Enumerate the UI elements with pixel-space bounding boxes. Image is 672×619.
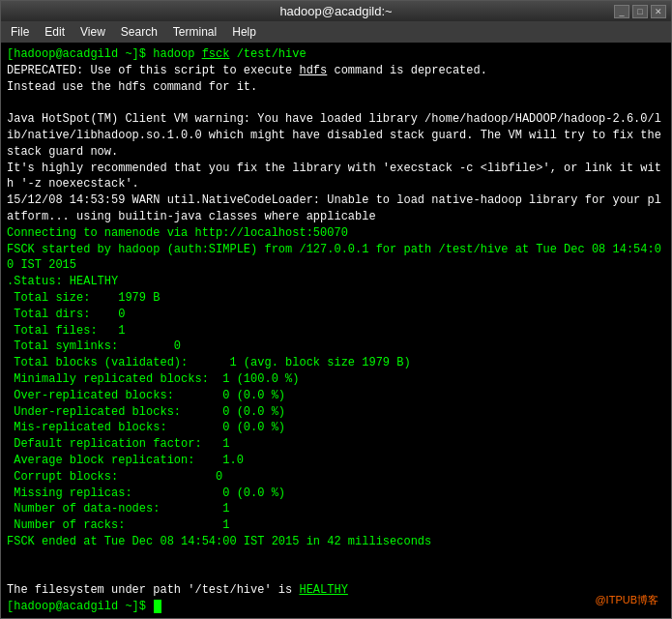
terminal-line: Connecting to namenode via http://localh… (7, 225, 665, 242)
title-bar: hadoop@acadgild:~ _ □ ✕ (1, 1, 671, 21)
terminal-line: FSCK started by hadoop (auth:SIMPLE) fro… (7, 242, 665, 275)
window-title: hadoop@acadgild:~ (279, 4, 392, 18)
terminal-line: Total dirs: 0 (7, 307, 665, 323)
terminal-line: Mis-replicated blocks: 0 (0.0 %) (7, 420, 665, 436)
terminal-line: Total files: 1 (7, 323, 665, 339)
terminal-line: DEPRECATED: Use of this script to execut… (7, 63, 665, 79)
close-button[interactable]: ✕ (651, 5, 666, 18)
terminal-line: .Status: HEALTHY (7, 274, 665, 290)
terminal-line: FSCK ended at Tue Dec 08 14:54:00 IST 20… (7, 534, 665, 550)
window-controls: _ □ ✕ (614, 5, 666, 18)
terminal-line: 15/12/08 14:53:59 WARN util.NativeCodeLo… (7, 192, 665, 225)
terminal-output[interactable]: [hadoop@acadgild ~]$ hadoop fsck /test/h… (1, 43, 671, 618)
terminal-line: Total symlinks: 0 (7, 339, 665, 355)
menu-bar: File Edit View Search Terminal Help (1, 21, 671, 43)
menu-file[interactable]: File (3, 23, 37, 41)
menu-search[interactable]: Search (113, 23, 165, 41)
terminal-line: Total size: 1979 B (7, 290, 665, 307)
menu-help[interactable]: Help (224, 23, 264, 41)
terminal-line: Minimally replicated blocks: 1 (100.0 %) (7, 371, 665, 388)
terminal-line: Instead use the hdfs command for it. (7, 79, 665, 96)
menu-edit[interactable]: Edit (37, 23, 73, 41)
terminal-line: Under-replicated blocks: 0 (0.0 %) (7, 404, 665, 421)
terminal-line: Over-replicated blocks: 0 (0.0 %) (7, 388, 665, 404)
terminal-line: Missing replicas: 0 (0.0 %) (7, 486, 665, 502)
terminal-healthy-line: The filesystem under path '/test/hive' i… (7, 582, 665, 599)
terminal-line: Corrupt blocks: 0 (7, 469, 665, 486)
terminal-line (7, 95, 665, 111)
terminal-line: Number of data-nodes: 1 (7, 501, 665, 517)
menu-terminal[interactable]: Terminal (165, 23, 224, 41)
terminal-line: Total blocks (validated): 1 (avg. block … (7, 355, 665, 371)
terminal-line: It's highly recommended that you fix the… (7, 161, 665, 193)
terminal-prompt-line: [hadoop@acadgild ~]$ (7, 599, 665, 615)
terminal-window: hadoop@acadgild:~ _ □ ✕ File Edit View S… (0, 0, 672, 619)
watermark: @ITPUB博客 (591, 591, 662, 609)
terminal-prompt: [hadoop@acadgild ~]$ (7, 599, 153, 615)
terminal-line: Average block replication: 1.0 (7, 453, 665, 469)
terminal-line: [hadoop@acadgild ~]$ hadoop fsck /test/h… (7, 46, 665, 63)
terminal-line: Default replication factor: 1 (7, 436, 665, 453)
minimize-button[interactable]: _ (614, 5, 629, 18)
terminal-line: Number of racks: 1 (7, 517, 665, 534)
terminal-line (7, 567, 665, 583)
terminal-line: Java HotSpot(TM) Client VM warning: You … (7, 111, 665, 160)
maximize-button[interactable]: □ (632, 5, 648, 18)
terminal-cursor (154, 600, 161, 613)
menu-view[interactable]: View (73, 23, 113, 41)
terminal-line (7, 550, 665, 567)
